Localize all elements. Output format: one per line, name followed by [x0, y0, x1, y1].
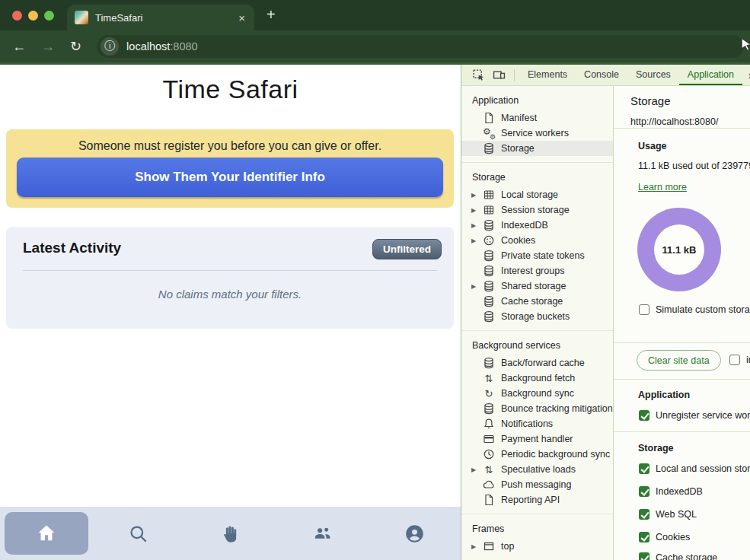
close-window-button[interactable]: [12, 11, 22, 21]
reload-button[interactable]: ↻: [70, 40, 81, 53]
usage-heading: Usage: [638, 141, 667, 151]
address-bar[interactable]: ⓘ localhost:8080: [97, 35, 744, 58]
empty-claims-message: No claims match your filters.: [6, 288, 454, 301]
tree-item-session-storage[interactable]: ▶ Session storage: [461, 202, 613, 218]
tree-item-private-state-tokens[interactable]: Private state tokens: [461, 248, 613, 263]
expander-icon[interactable]: ▶: [471, 192, 481, 199]
tree-item-payment-handler[interactable]: Payment handler: [461, 431, 613, 447]
projects-nav-button[interactable]: [184, 507, 276, 560]
profile-nav-button[interactable]: [369, 507, 461, 560]
tab-console[interactable]: Console: [576, 65, 627, 85]
section-title: Storage: [461, 169, 613, 187]
show-identifier-info-button[interactable]: Show Them Your Identifier Info: [17, 158, 443, 197]
unregister-checkbox-checked[interactable]: [639, 410, 649, 421]
tree-item-cache-storage[interactable]: Cache storage: [461, 294, 613, 309]
inspect-element-icon[interactable]: [472, 68, 485, 81]
tree-item-background-fetch[interactable]: ⇅ Background fetch: [461, 371, 613, 386]
database-icon: [483, 357, 495, 369]
tree-item-local-storage[interactable]: ▶ Local storage: [461, 187, 613, 202]
unregister-service-workers-row[interactable]: Unregister service wor: [639, 410, 750, 421]
include-cookies-row[interactable]: in: [729, 355, 750, 365]
tree-item-label: Payment handler: [501, 434, 573, 444]
section-title: Application: [461, 92, 613, 110]
tree-item-back-forward-cache[interactable]: Back/forward cache: [461, 355, 613, 371]
tree-item-label: Shared storage: [501, 281, 566, 291]
tree-item-notifications[interactable]: Notifications: [461, 416, 613, 431]
checkbox-checked[interactable]: [639, 486, 649, 497]
back-button[interactable]: ←: [12, 40, 26, 53]
browser-tab[interactable]: TimeSafari ×: [67, 5, 254, 30]
tab-application[interactable]: Application: [679, 65, 742, 85]
database-icon: [483, 265, 495, 277]
checkbox-checked[interactable]: [639, 552, 649, 560]
expander-icon[interactable]: ▶: [471, 222, 481, 229]
expander-icon[interactable]: ▶: [471, 543, 481, 550]
tree-item-background-sync[interactable]: ↻ Background sync: [461, 386, 613, 401]
panel-title: Storage: [630, 94, 671, 107]
home-icon: [36, 523, 57, 544]
include-checkbox[interactable]: [729, 355, 740, 365]
tree-item-push-messaging[interactable]: Push messaging: [461, 477, 613, 492]
tree-item-label: Notifications: [501, 418, 553, 429]
cookies-row[interactable]: Cookies: [639, 532, 690, 542]
clear-site-data-button[interactable]: Clear site data: [637, 350, 721, 371]
file-icon: [483, 494, 495, 506]
web-sql-row[interactable]: Web SQL: [639, 509, 697, 520]
checkbox-label: Local and session stora: [656, 463, 750, 474]
table-icon: [483, 204, 495, 216]
checkbox-checked[interactable]: [639, 532, 649, 542]
tree-item-indexeddb[interactable]: ▶ IndexedDB: [461, 218, 613, 233]
zoom-window-button[interactable]: [44, 11, 54, 21]
tab-close-icon[interactable]: ×: [237, 11, 247, 24]
expander-icon[interactable]: ▶: [471, 207, 481, 214]
minimize-window-button[interactable]: [28, 11, 38, 21]
forward-button[interactable]: →: [41, 40, 55, 53]
database-icon: [483, 219, 495, 231]
tree-item-bounce-tracking-mitigations[interactable]: Bounce tracking mitigation: [461, 401, 613, 416]
tree-item-manifest[interactable]: Manifest: [461, 110, 613, 126]
tree-item-label: Background sync: [501, 388, 574, 399]
usage-text: 11.1 kB used out of 239779: [638, 161, 750, 171]
panel-origin: http://localhost:8080/: [630, 116, 718, 127]
tree-item-service-workers[interactable]: ⚙⚙ Service workers: [461, 126, 613, 141]
browser-window: TimeSafari × + ← → ↻ ⓘ localhost:8080 Ti…: [0, 0, 750, 560]
tree-item-speculative-loads[interactable]: ▶ ⇅ Speculative loads: [461, 462, 613, 477]
learn-more-link[interactable]: Learn more: [638, 182, 687, 192]
expander-icon[interactable]: ▶: [471, 283, 481, 290]
device-toolbar-icon[interactable]: [493, 68, 506, 81]
tree-item-interest-groups[interactable]: Interest groups: [461, 263, 613, 278]
unfiltered-filter-button[interactable]: Unfiltered: [372, 239, 442, 259]
checkbox-label: Cookies: [656, 532, 690, 542]
tree-item-reporting-api[interactable]: Reporting API: [461, 492, 613, 508]
home-nav-button[interactable]: [5, 512, 88, 555]
database-icon: [483, 280, 495, 292]
indexeddb-row[interactable]: IndexedDB: [639, 486, 703, 497]
new-tab-button[interactable]: +: [266, 6, 276, 24]
tree-item-label: Storage: [501, 143, 535, 154]
expander-icon[interactable]: ▶: [471, 237, 481, 244]
checkbox-checked[interactable]: [639, 463, 649, 474]
search-nav-button[interactable]: [92, 507, 184, 560]
tree-item-storage[interactable]: Storage: [461, 141, 613, 156]
tab-sources[interactable]: Sources: [627, 65, 679, 85]
tree-item-periodic-background-sync[interactable]: Periodic background sync: [461, 447, 613, 462]
storage-detail-panel: Storage http://localhost:8080/ Usage 11.…: [614, 86, 750, 560]
tab-elements[interactable]: Elements: [519, 65, 576, 85]
cache-storage-row[interactable]: Cache storage: [639, 552, 717, 560]
url-port: :8080: [170, 40, 197, 52]
expander-icon[interactable]: ▶: [471, 466, 481, 473]
tree-item-top-frame[interactable]: ▶ top: [461, 539, 613, 554]
simulate-quota-row[interactable]: Simulate custom stora: [639, 304, 750, 315]
tree-item-label: Speculative loads: [501, 464, 576, 475]
mouse-cursor: [739, 37, 750, 52]
local-session-storage-row[interactable]: Local and session stora: [639, 463, 750, 474]
tree-item-shared-storage[interactable]: ▶ Shared storage: [461, 278, 613, 294]
site-info-icon[interactable]: ⓘ: [101, 37, 119, 56]
tree-item-cookies[interactable]: ▶ Cookies: [461, 233, 613, 248]
payment-card-icon: [483, 433, 495, 445]
checkbox-checked[interactable]: [639, 509, 649, 520]
search-icon: [128, 523, 148, 544]
simulate-quota-checkbox[interactable]: [639, 304, 649, 315]
tree-item-storage-buckets[interactable]: Storage buckets: [461, 309, 613, 324]
contacts-nav-button[interactable]: [276, 507, 369, 560]
